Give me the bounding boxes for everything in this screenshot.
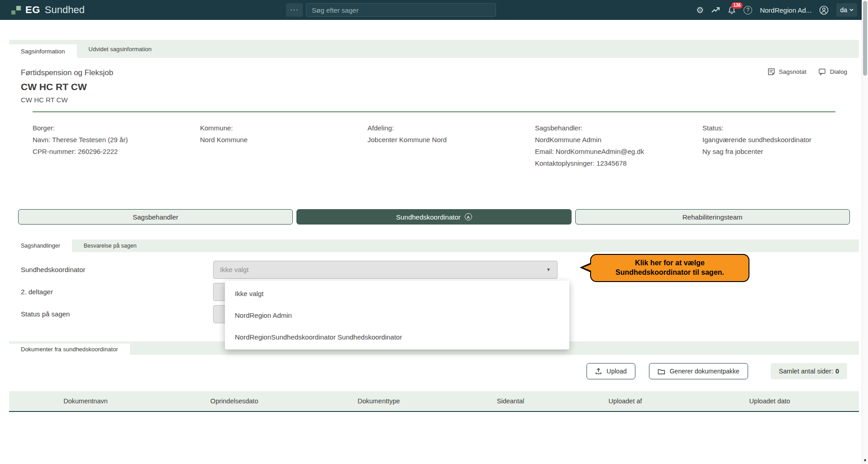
label-sundhedskoordinator: Sundhedskoordinator <box>21 266 213 273</box>
total-pages-value: 0 <box>835 368 839 375</box>
case-tab-bar: Sagsinformation Udvidet sagsinformation <box>9 40 859 58</box>
assigned-circle-a-icon: A <box>465 213 472 220</box>
dropdown-option-ikke-valgt[interactable]: Ikke valgt <box>225 282 569 304</box>
chevron-down-icon <box>849 9 854 11</box>
column-dokumenttype: Dokumenttype <box>306 397 451 405</box>
info-afdeling: Afdeling: Jobcenter Kommune Nord <box>367 122 535 169</box>
ellipsis-icon: ··· <box>290 6 299 14</box>
activity-pulse-icon[interactable] <box>711 7 720 14</box>
language-label: da <box>840 6 847 14</box>
case-info-row: Borger: Navn: Therese Testesen (29 år) C… <box>21 112 847 207</box>
role-button-sundhedskoordinator[interactable]: Sundhedskoordinator A <box>296 209 571 225</box>
brand-name: Sundhed <box>45 4 85 16</box>
info-borger: Borger: Navn: Therese Testesen (29 år) C… <box>33 122 200 169</box>
column-uploadet-dato: Uploadet dato <box>681 397 859 405</box>
tab-besvarelse-pa-sagen[interactable]: Besvarelse på sagen <box>72 239 148 252</box>
notification-badge: 136 <box>731 2 743 9</box>
documents-section: Dokumenter fra sundhedskoordinator Uploa… <box>9 341 859 412</box>
folder-icon <box>658 368 665 375</box>
total-pages-chip: Samlet antal sider: 0 <box>771 363 847 379</box>
case-subtitle: CW HC RT CW <box>21 96 847 104</box>
tutorial-callout: Klik her for at vælge Sundhedskoordinato… <box>590 254 749 282</box>
app-logo: EG Sundhed <box>11 0 85 20</box>
eg-logo-icon <box>11 5 21 15</box>
case-title: CW HC RT CW <box>21 81 847 92</box>
chat-icon <box>818 68 826 76</box>
sagsnotat-button[interactable]: Sagsnotat <box>768 68 806 76</box>
sundhedskoordinator-dropdown: Ikke valgt NordRegion Admin NordRegionSu… <box>225 281 569 349</box>
column-sideantal: Sideantal <box>451 397 570 405</box>
actions-tab-bar: Sagshandlinger Besvarelse på sagen <box>9 239 859 252</box>
tab-udvidet-sagsinformation[interactable]: Udvidet sagsinformation <box>77 40 163 58</box>
info-kommune: Kommune: Nord Kommune <box>200 122 367 169</box>
tab-sagshandlinger[interactable]: Sagshandlinger <box>9 239 72 252</box>
column-uploadet-af: Uploadet af <box>570 397 680 405</box>
role-button-sagsbehandler[interactable]: Sagsbehandler <box>18 209 293 225</box>
documents-toolbar: Upload Generer dokumentpakke Samlet anta… <box>9 355 859 379</box>
label-2-deltager: 2. deltager <box>21 288 213 296</box>
user-name[interactable]: NordRegion Ad... <box>760 6 811 14</box>
language-selector[interactable]: da <box>836 3 857 17</box>
generate-document-package-button[interactable]: Generer dokumentpakke <box>649 363 748 379</box>
upload-button[interactable]: Upload <box>587 363 635 379</box>
dropdown-option-nordregion-admin[interactable]: NordRegion Admin <box>225 304 569 326</box>
documents-table-header: Dokumentnavn Oprindelsesdato Dokumenttyp… <box>9 391 859 412</box>
column-dokumentnavn: Dokumentnavn <box>9 397 162 405</box>
role-button-rehabiliteringsteam[interactable]: Rehabiliteringsteam <box>575 209 850 225</box>
help-icon[interactable]: ? <box>744 6 752 14</box>
tab-dokumenter-fra-sundhedskoordinator[interactable]: Dokumenter fra sundhedskoordinator <box>9 344 130 355</box>
upload-icon <box>595 368 602 375</box>
scrollbar-down-arrow[interactable]: ▼ <box>863 458 867 463</box>
sundhedskoordinator-select[interactable]: Ikke valgt ▼ <box>213 261 558 279</box>
brand-bold: EG <box>25 4 40 16</box>
info-status: Status: Igangværende sundhedskoordinator… <box>702 122 835 169</box>
top-bar: EG Sundhed ··· ⚙ 136 ? NordRegion Ad... <box>0 0 868 20</box>
dialog-button[interactable]: Dialog <box>818 68 847 76</box>
case-information-section: Sagsinformation Udvidet sagsinformation … <box>9 40 859 207</box>
user-avatar-icon[interactable] <box>819 5 829 15</box>
role-switch-row: Sagsbehandler Sundhedskoordinator A Reha… <box>18 209 850 225</box>
case-type: Førtidspension og Fleksjob <box>21 68 847 77</box>
dropdown-option-nordregion-sundhedskoordinator[interactable]: NordRegionSundhedskoordinator Sundhedsko… <box>225 326 569 348</box>
scrollbar-thumb[interactable] <box>863 1 867 76</box>
select-caret-icon: ▼ <box>546 267 551 272</box>
case-actions-section: Sagshandlinger Besvarelse på sagen Sundh… <box>9 239 859 337</box>
note-icon <box>768 68 775 76</box>
vertical-scrollbar[interactable]: ▼ <box>862 0 868 464</box>
settings-gear-icon[interactable]: ⚙ <box>696 6 704 14</box>
search-input[interactable] <box>312 6 490 14</box>
column-oprindelsesdato: Oprindelsesdato <box>162 397 306 405</box>
more-menu-button[interactable]: ··· <box>286 3 303 17</box>
info-sagsbehandler: Sagsbehandler: NordKommune Admin Email: … <box>535 122 702 169</box>
notifications-bell-icon[interactable]: 136 <box>728 6 736 14</box>
tab-sagsinformation[interactable]: Sagsinformation <box>9 44 77 58</box>
global-search[interactable] <box>306 3 496 17</box>
label-status-pa-sagen: Status på sagen <box>21 310 213 318</box>
